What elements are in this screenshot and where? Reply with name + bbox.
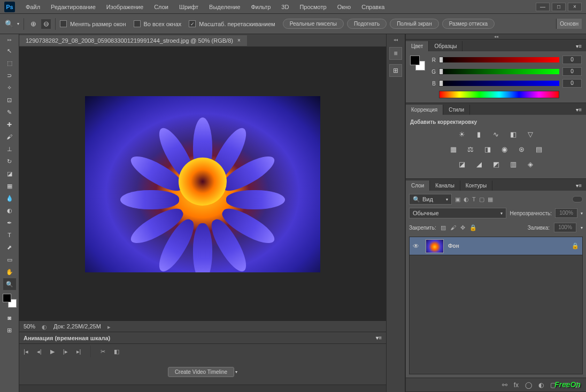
filter-type-icon[interactable]: T [472, 196, 476, 202]
menu-3d[interactable]: 3D [277, 2, 293, 12]
dropdown-icon[interactable]: ▾ [17, 21, 19, 26]
blend-mode-select[interactable]: Обычные▾ [409, 208, 506, 218]
curves-icon[interactable]: ∿ [491, 129, 501, 139]
r-value[interactable]: 0 [562, 56, 582, 64]
fit-screen-button[interactable]: Подогнать [347, 19, 387, 29]
filter-smart-icon[interactable]: ▦ [488, 196, 493, 203]
foreground-swatch[interactable] [3, 294, 11, 302]
layer-name-label[interactable]: Фон [448, 243, 459, 249]
all-windows-checkbox[interactable] [134, 20, 141, 27]
zoom-tool[interactable]: 🔍 [3, 278, 16, 290]
animation-menu-icon[interactable]: ▾≡ [376, 335, 382, 341]
threshold-icon[interactable]: ◩ [491, 159, 501, 169]
lock-position-icon[interactable]: ✥ [460, 224, 465, 231]
tab-color[interactable]: Цвет [406, 41, 429, 51]
actual-pixels-button[interactable]: Реальные пикселы [283, 19, 344, 29]
brightness-icon[interactable]: ☀ [457, 129, 467, 139]
menu-image[interactable]: Изображение [102, 2, 148, 12]
photo-filter-icon[interactable]: ◉ [500, 144, 510, 154]
layer-visibility-icon[interactable]: 👁 [413, 242, 421, 250]
layer-filter-select[interactable]: 🔍Вид▾ [409, 194, 452, 205]
timeline-last-icon[interactable]: ▸| [76, 348, 81, 355]
workspace-switcher[interactable]: Основн [556, 19, 582, 29]
brush-tool[interactable]: 🖌 [3, 131, 16, 143]
dodge-tool[interactable]: ◐ [3, 205, 16, 216]
eraser-tool[interactable]: ◪ [3, 168, 16, 179]
canvas-viewport[interactable] [19, 47, 386, 321]
tab-channels[interactable]: Каналы [430, 181, 460, 191]
layers-menu-icon[interactable]: ▾≡ [572, 181, 586, 191]
new-adjustment-icon[interactable]: ◐ [538, 381, 544, 389]
color-menu-icon[interactable]: ▾≡ [572, 41, 586, 51]
r-slider[interactable] [439, 57, 559, 62]
menu-view[interactable]: Просмотр [295, 2, 330, 12]
b-value[interactable]: 0 [562, 79, 582, 88]
hand-tool[interactable]: ✋ [3, 266, 16, 278]
tab-adjustments[interactable]: Коррекция [406, 105, 443, 115]
opacity-value[interactable]: 100% [555, 208, 577, 218]
maximize-button[interactable]: □ [552, 3, 566, 11]
screenmode-tool[interactable]: ⊞ [3, 324, 16, 336]
menu-help[interactable]: Справка [357, 2, 389, 12]
timeline-next-icon[interactable]: |▸ [63, 348, 68, 355]
menu-layer[interactable]: Слои [150, 2, 173, 12]
color-panel-swatches[interactable] [410, 56, 425, 70]
lock-all-icon[interactable]: 🔒 [469, 224, 477, 231]
menu-file[interactable]: Файл [21, 2, 44, 12]
document-close-icon[interactable]: × [237, 37, 241, 43]
timeline-prev-icon[interactable]: ◂| [37, 348, 42, 355]
timeline-transition-icon[interactable]: ◧ [114, 348, 119, 355]
minimize-button[interactable]: — [536, 3, 550, 11]
g-value[interactable]: 0 [562, 67, 582, 76]
crop-tool[interactable]: ⊡ [3, 94, 16, 106]
create-timeline-dropdown-icon[interactable]: ▾ [235, 370, 237, 374]
marquee-tool[interactable]: ⬚ [3, 57, 16, 69]
lock-pixels-icon[interactable]: 🖌 [450, 224, 456, 231]
gradient-map-icon[interactable]: ▥ [508, 159, 518, 169]
menu-filter[interactable]: Фильтр [246, 2, 275, 12]
menu-type[interactable]: Шрифт [175, 2, 203, 12]
filter-shape-icon[interactable]: ▢ [479, 196, 484, 203]
tools-collapse-icon[interactable]: ▸▸ [0, 37, 19, 43]
menu-edit[interactable]: Редактирование [47, 2, 100, 12]
balance-icon[interactable]: ⚖ [466, 144, 475, 154]
g-slider[interactable] [439, 69, 559, 74]
timeline-scrollbar[interactable] [19, 385, 386, 392]
status-menu-icon[interactable]: ▸ [107, 324, 113, 329]
pen-tool[interactable]: ✒ [3, 217, 16, 229]
quickmask-tool[interactable]: ◙ [3, 312, 16, 324]
vibrance-icon[interactable]: ▽ [526, 129, 535, 139]
gradient-tool[interactable]: ▦ [3, 180, 16, 192]
layer-fx-icon[interactable]: fx [514, 381, 519, 389]
type-tool[interactable]: T [3, 229, 16, 241]
timeline-play-icon[interactable]: ▶ [50, 348, 55, 355]
tab-layers[interactable]: Слои [406, 181, 430, 191]
stamp-tool[interactable]: ⊥ [3, 143, 16, 155]
layer-thumbnail[interactable] [426, 239, 444, 253]
zoom-scrubber-icon[interactable]: ◐ [42, 324, 47, 329]
adjust-menu-icon[interactable]: ▾≡ [572, 105, 586, 115]
color-spectrum[interactable] [439, 91, 559, 98]
timeline-cut-icon[interactable]: ✂ [101, 348, 105, 355]
invert-icon[interactable]: ◪ [457, 159, 467, 169]
mixer-icon[interactable]: ⊛ [517, 144, 527, 154]
filter-image-icon[interactable]: ▣ [455, 196, 460, 203]
drag-zoom-checkbox[interactable]: ✓ [189, 20, 196, 27]
layer-row[interactable]: 👁 Фон 🔒 [410, 237, 582, 255]
panel-fg-swatch[interactable] [410, 56, 420, 65]
dock-history-icon[interactable]: ≡ [389, 47, 402, 60]
lock-transparent-icon[interactable]: ▨ [441, 224, 446, 231]
menu-window[interactable]: Окно [333, 2, 356, 12]
filter-adjust-icon[interactable]: ◐ [464, 196, 469, 203]
fill-value[interactable]: 100% [554, 223, 576, 232]
levels-icon[interactable]: ▮ [474, 129, 484, 139]
exposure-icon[interactable]: ◧ [508, 129, 518, 139]
lookup-icon[interactable]: ▤ [534, 144, 544, 154]
tab-paths[interactable]: Контуры [460, 181, 492, 191]
tab-styles[interactable]: Стили [443, 105, 470, 115]
dock-collapse-icon[interactable]: ◂◂ [387, 37, 405, 43]
selective-icon[interactable]: ◈ [526, 159, 535, 169]
shape-tool[interactable]: ▭ [3, 254, 16, 265]
bw-icon[interactable]: ◨ [483, 144, 492, 154]
magic-wand-tool[interactable]: ✧ [3, 82, 16, 93]
